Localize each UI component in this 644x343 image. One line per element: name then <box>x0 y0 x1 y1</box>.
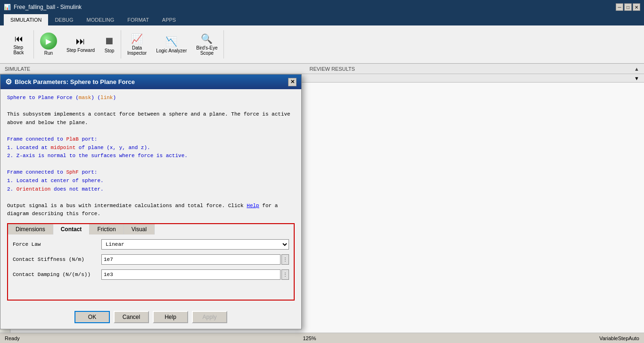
dialog-description: Sphere to Plane Force (mask) (link) This… <box>7 94 295 218</box>
param-tabs: Dimensions Contact Friction Visual <box>7 223 295 234</box>
step-forward-label: Step Forward <box>66 48 95 53</box>
desc-line1: Sphere to Plane Force (mask) (link) <box>7 94 295 102</box>
dialog-title-bar: ⚙ Block Parameters: Sphere to Plane Forc… <box>0 75 301 89</box>
contact-damping-row: Contact Damping (N/(m/s)) ⋮ <box>13 269 289 280</box>
contact-stiffness-input[interactable] <box>101 254 281 265</box>
desc-list1a: 1. Located at midpoint of plane (x, y, a… <box>7 144 295 152</box>
stop-label: Stop <box>105 48 115 54</box>
ribbon-tab-bar: SIMULATION DEBUG MODELING FORMAT APPS <box>0 14 644 25</box>
contact-stiffness-input-wrapper: ⋮ <box>101 254 289 265</box>
block-params-dialog: ⚙ Block Parameters: Sphere to Plane Forc… <box>0 74 302 329</box>
data-inspector-button[interactable]: 📈 DataInspector <box>123 31 151 58</box>
minimize-button[interactable]: ─ <box>616 3 623 11</box>
review-label: REVIEW RESULTS <box>309 66 355 72</box>
force-law-input-wrapper: Linear Nonlinear <box>101 239 289 250</box>
tab-format[interactable]: FORMAT <box>121 14 156 25</box>
data-inspector-label: DataInspector <box>127 45 147 56</box>
close-button[interactable]: ✕ <box>633 3 640 11</box>
contact-damping-menu[interactable]: ⋮ <box>281 269 289 280</box>
help-link[interactable]: Help <box>247 203 259 209</box>
desc-para4b: diagram describing this force. <box>7 210 295 218</box>
tab-content-contact: Force Law Linear Nonlinear Contact Stiff… <box>7 234 295 301</box>
contact-damping-input-wrapper: ⋮ <box>101 269 289 280</box>
desc-para1: This subsystem implements a contact forc… <box>7 110 295 119</box>
review-bar: SIMULATE REVIEW RESULTS ▲ <box>0 64 644 74</box>
window-title: Free_falling_ball - Simulink <box>14 4 82 10</box>
status-ready: Ready <box>5 335 20 341</box>
contact-stiffness-label: Contact Stiffness (N/m) <box>13 257 98 262</box>
tab-contact[interactable]: Contact <box>53 224 90 234</box>
dialog-icon: ⚙ <box>5 77 12 86</box>
apply-button[interactable]: Apply <box>192 311 227 323</box>
dialog-body: Sphere to Plane Force (mask) (link) This… <box>0 89 301 305</box>
run-icon: ▶ <box>40 33 57 50</box>
contact-damping-label: Contact Damping (N/(m/s)) <box>13 272 98 277</box>
ribbon-content: ⏮ StepBack ▶ Run ⏭ Step Forward ⏹ Stop <box>0 25 644 63</box>
status-bar: Ready 125% VariableStepAuto <box>0 333 644 343</box>
desc-list1b: 2. Z-axis is normal to the surfaces wher… <box>7 152 295 160</box>
desc-list2b: 2. Orientation does not matter. <box>7 185 295 194</box>
simulate-label: SIMULATE <box>5 66 30 72</box>
tab-debug[interactable]: DEBUG <box>48 14 80 25</box>
desc-para2: Frame connected to PlaB port: <box>7 135 295 144</box>
tab-apps[interactable]: APPS <box>156 14 182 25</box>
help-button[interactable]: Help <box>153 311 188 323</box>
desc-para1b: above and below the plane. <box>7 119 295 127</box>
dialog-close-button[interactable]: ✕ <box>288 78 297 86</box>
collapse-icon[interactable]: ▲ <box>634 66 639 72</box>
nav-dropdown[interactable]: ▼ <box>634 75 639 81</box>
logic-analyzer-label: Logic Analyzer <box>156 48 187 53</box>
ok-button[interactable]: OK <box>74 311 110 323</box>
title-bar: 📊 Free_falling_ball - Simulink ─ □ ✕ <box>0 0 644 14</box>
run-label: Run <box>44 50 53 56</box>
logic-analyzer-button[interactable]: 📉 Logic Analyzer <box>152 33 191 56</box>
force-law-label: Force Law <box>13 242 98 247</box>
desc-para3: Frame connected to SphF port: <box>7 168 295 177</box>
tab-friction[interactable]: Friction <box>90 224 124 234</box>
ribbon: SIMULATION DEBUG MODELING FORMAT APPS ⏮ … <box>0 14 644 64</box>
contact-stiffness-menu[interactable]: ⋮ <box>281 254 289 265</box>
dialog-buttons: OK Cancel Help Apply <box>0 305 301 329</box>
contact-stiffness-row: Contact Stiffness (N/m) ⋮ <box>13 254 289 265</box>
step-back-button[interactable]: ⏮ StepBack <box>6 32 32 58</box>
desc-para4: Output signal is a bus with intermediate… <box>7 202 295 210</box>
dialog-title-text: Block Parameters: Sphere to Plane Force <box>15 78 135 85</box>
birds-eye-button[interactable]: 🔍 Bird's-EyeScope <box>192 31 222 58</box>
force-law-row: Force Law Linear Nonlinear <box>13 239 289 250</box>
cancel-button[interactable]: Cancel <box>114 311 149 323</box>
main-area: 📷 📋 ≡ ≫ ◀ ▶ ▼ Out <box>0 74 644 343</box>
status-solver: VariableStepAuto <box>599 335 639 341</box>
maximize-button[interactable]: □ <box>624 3 632 11</box>
contact-damping-input[interactable] <box>101 269 281 280</box>
tab-simulation[interactable]: SIMULATION <box>4 14 48 25</box>
birds-eye-label: Bird's-EyeScope <box>196 45 217 56</box>
tab-modeling[interactable]: MODELING <box>80 14 121 25</box>
tab-dimensions[interactable]: Dimensions <box>8 224 53 234</box>
stop-button[interactable]: ⏹ Stop <box>100 33 119 56</box>
status-zoom: 125% <box>303 335 316 341</box>
tab-visual[interactable]: Visual <box>124 224 155 234</box>
step-forward-button[interactable]: ⏭ Step Forward <box>62 33 99 56</box>
app-icon: 📊 <box>4 4 11 10</box>
desc-list2a: 1. Located at center of sphere. <box>7 177 295 185</box>
run-button[interactable]: ▶ Run <box>36 30 61 59</box>
force-law-select[interactable]: Linear Nonlinear <box>101 239 289 250</box>
